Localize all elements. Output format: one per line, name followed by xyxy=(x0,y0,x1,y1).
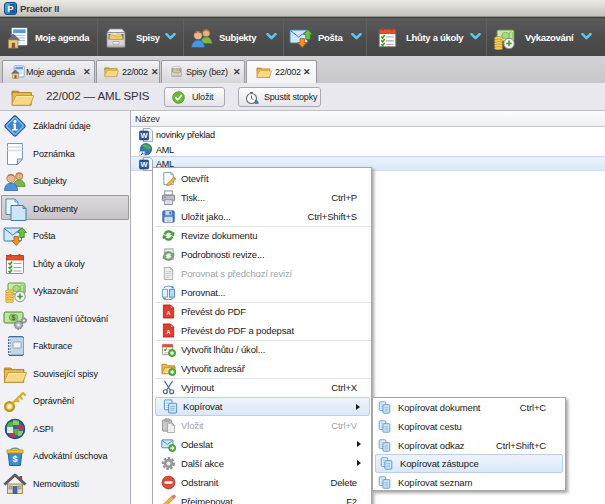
svg-text:P: P xyxy=(7,3,14,14)
